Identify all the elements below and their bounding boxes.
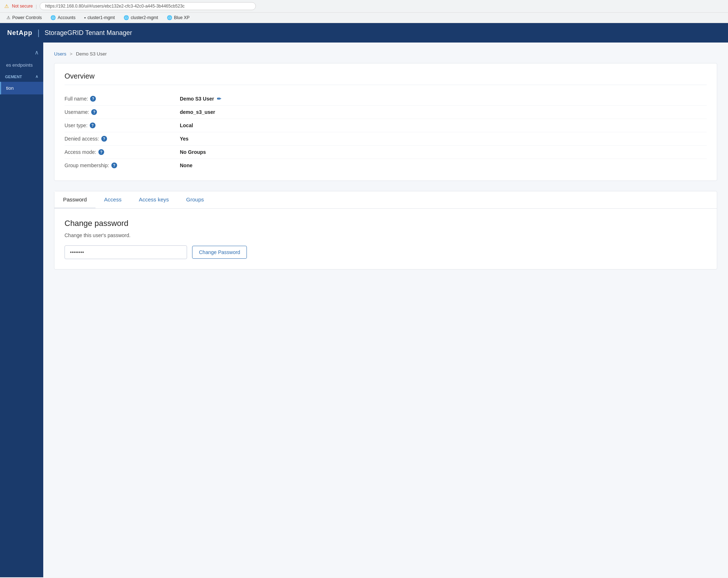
- bookmark-blue-xp-label: Blue XP: [174, 15, 190, 20]
- overview-label-group-membership: Group membership: ?: [65, 163, 180, 168]
- overview-row-username: Username: ? demo_s3_user: [65, 106, 707, 119]
- bookmark-accounts-label: Accounts: [58, 15, 75, 20]
- bookmark-cluster2[interactable]: 🌐 cluster2-mgmt: [120, 14, 162, 21]
- username-help-icon[interactable]: ?: [91, 109, 97, 115]
- change-password-heading: Change password: [65, 219, 707, 228]
- warning-icon: ⚠: [4, 3, 9, 9]
- bookmark-cluster2-label: cluster2-mgmt: [131, 15, 158, 20]
- bookmark-power-controls-label: Power Controls: [12, 15, 42, 20]
- overview-label-full-name: Full name: ?: [65, 96, 180, 102]
- app-header: NetApp | StorageGRID Tenant Manager: [0, 23, 728, 43]
- power-controls-icon: ⚠: [6, 15, 10, 20]
- bookmark-blue-xp[interactable]: 🌐 Blue XP: [163, 14, 193, 21]
- overview-value-user-type: Local: [180, 123, 193, 128]
- tabs-container: Password Access Access keys Groups Chang…: [54, 191, 717, 270]
- bookmark-power-controls[interactable]: ⚠ Power Controls: [3, 14, 45, 21]
- collapse-icon: ∧: [35, 49, 39, 56]
- access-mode-help-icon[interactable]: ?: [98, 149, 104, 155]
- sidebar-item-es-endpoints[interactable]: es endpoints: [0, 59, 43, 71]
- overview-value-denied-access: Yes: [180, 136, 188, 142]
- change-password-button[interactable]: Change Password: [192, 246, 247, 259]
- change-password-description: Change this user's password.: [65, 232, 707, 238]
- bookmarks-bar: ⚠ Power Controls 🌐 Accounts ▪ cluster1-m…: [0, 13, 728, 23]
- sidebar-item-tion[interactable]: tion: [0, 82, 43, 94]
- password-input[interactable]: [65, 245, 187, 259]
- accounts-icon: 🌐: [50, 15, 56, 20]
- full-name-edit-icon[interactable]: ✏: [217, 96, 221, 102]
- overview-row-full-name: Full name: ? Demo S3 User ✏: [65, 92, 707, 106]
- full-name-help-icon[interactable]: ?: [90, 96, 96, 102]
- denied-access-help-icon[interactable]: ?: [101, 136, 107, 142]
- app-title: StorageGRID Tenant Manager: [45, 29, 132, 37]
- bookmark-cluster1[interactable]: ▪ cluster1-mgmt: [80, 14, 118, 21]
- bookmark-accounts[interactable]: 🌐 Accounts: [47, 14, 79, 21]
- sidebar-section-gement: GEMENT ∧: [0, 71, 43, 82]
- url-separator: |: [36, 4, 37, 9]
- breadcrumb-separator: >: [70, 51, 74, 57]
- tabs-bar: Password Access Access keys Groups: [54, 191, 717, 209]
- tab-access[interactable]: Access: [96, 191, 130, 209]
- overview-label-denied-access: Denied access: ?: [65, 136, 180, 142]
- tab-groups[interactable]: Groups: [178, 191, 213, 209]
- header-divider: |: [37, 28, 40, 37]
- content-area: Users > Demo S3 User Overview Full name:…: [43, 43, 728, 577]
- overview-row-user-type: User type: ? Local: [65, 119, 707, 132]
- overview-row-denied-access: Denied access: ? Yes: [65, 132, 707, 146]
- browser-bar: ⚠ Not secure | https://192.168.0.80/ui/#…: [0, 0, 728, 13]
- tab-password[interactable]: Password: [54, 191, 96, 209]
- breadcrumb-current: Demo S3 User: [76, 51, 107, 57]
- overview-value-full-name: Demo S3 User ✏: [180, 96, 221, 102]
- main-layout: ∧ es endpoints GEMENT ∧ tion Users > Dem…: [0, 43, 728, 577]
- blue-xp-icon: 🌐: [167, 15, 172, 20]
- breadcrumb-parent-link[interactable]: Users: [54, 51, 66, 57]
- overview-title: Overview: [65, 72, 707, 85]
- sidebar-section-gement-label: GEMENT: [5, 75, 22, 79]
- overview-value-group-membership: None: [180, 163, 192, 168]
- not-secure-label: Not secure: [12, 4, 33, 9]
- sidebar-collapse-button[interactable]: ∧: [0, 46, 43, 59]
- sidebar-item-es-endpoints-label: es endpoints: [6, 62, 33, 68]
- cluster2-icon: 🌐: [124, 15, 129, 20]
- group-membership-help-icon[interactable]: ?: [111, 163, 117, 168]
- tab-access-keys[interactable]: Access keys: [130, 191, 177, 209]
- password-input-row: Change Password: [65, 245, 707, 259]
- tab-content-password: Change password Change this user's passw…: [54, 209, 717, 269]
- sidebar-section-collapse-icon[interactable]: ∧: [35, 74, 38, 79]
- overview-row-group-membership: Group membership: ? None: [65, 159, 707, 172]
- overview-card: Overview Full name: ? Demo S3 User ✏ Use…: [54, 63, 717, 181]
- overview-label-access-mode: Access mode: ?: [65, 149, 180, 155]
- logo: NetApp: [7, 29, 32, 37]
- sidebar-item-tion-label: tion: [6, 85, 14, 91]
- overview-row-access-mode: Access mode: ? No Groups: [65, 146, 707, 159]
- overview-value-access-mode: No Groups: [180, 149, 206, 155]
- breadcrumb: Users > Demo S3 User: [54, 51, 717, 57]
- overview-value-username: demo_s3_user: [180, 109, 215, 115]
- overview-label-username: Username: ?: [65, 109, 180, 115]
- bookmark-cluster1-label: cluster1-mgmt: [88, 15, 115, 20]
- address-bar[interactable]: https://192.168.0.80/ui/#/users/ebc132e2…: [40, 2, 256, 10]
- sidebar: ∧ es endpoints GEMENT ∧ tion: [0, 43, 43, 577]
- user-type-help-icon[interactable]: ?: [90, 123, 96, 128]
- cluster1-icon: ▪: [84, 15, 85, 20]
- url-text: https://192.168.0.80/ui/#/users/ebc132e2…: [45, 4, 185, 9]
- overview-label-user-type: User type: ?: [65, 123, 180, 128]
